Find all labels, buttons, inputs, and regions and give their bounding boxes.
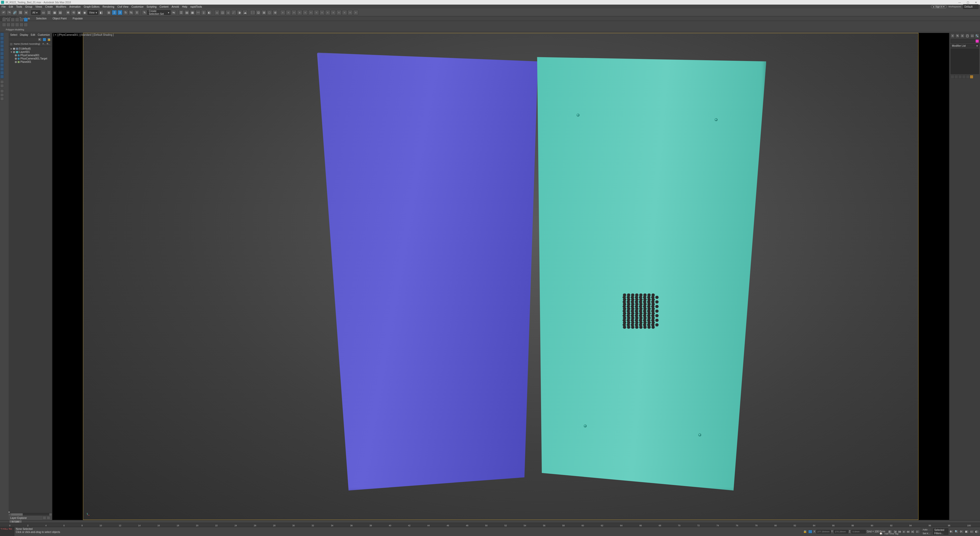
menu-animation[interactable]: Animation (69, 5, 81, 8)
nav-zoom-button[interactable]: 🔍 (955, 530, 959, 533)
explorer-lock-button[interactable]: 🔒 (47, 38, 51, 41)
snap-extra1-button[interactable]: ◌ (267, 10, 272, 15)
tool-icon-8[interactable]: ▫ (320, 10, 325, 15)
tool-icon-9[interactable]: ▫ (325, 10, 330, 15)
ribbon-mini-3[interactable] (11, 17, 15, 22)
stack-btn-pin[interactable] (951, 75, 954, 79)
maxscript-mini-listener[interactable]: "!! KILL Tex (0, 527, 14, 536)
visibility-icon[interactable] (15, 54, 17, 56)
window-crossing-button[interactable]: ▧ (58, 10, 63, 15)
ribbon-tab-populate[interactable]: Populate (70, 16, 86, 21)
menu-content[interactable]: Content (159, 5, 169, 8)
scroll-left-arrow[interactable] (9, 513, 11, 515)
toolstrip-btn-6[interactable] (0, 52, 4, 56)
redo-button[interactable]: ↷ (6, 10, 12, 15)
modifier-list-dropdown[interactable]: Modifier List▾ (951, 44, 979, 48)
stack-btn-unique[interactable] (958, 75, 962, 79)
tool-icon-7[interactable]: ▫ (314, 10, 319, 15)
render-production-button[interactable]: ☼ (226, 10, 231, 15)
tree-row-default[interactable]: ▸0 (default) (9, 47, 51, 50)
timeline-ruler[interactable]: 0246810121416182022242628303234363840424… (0, 523, 980, 527)
menu-civil-view[interactable]: Civil View (118, 5, 128, 8)
object-panel-blue[interactable] (317, 52, 542, 490)
ribbon-mini-5[interactable] (19, 17, 24, 22)
modifier-stack[interactable] (951, 48, 979, 74)
toolstrip-expand-button[interactable]: ▸ (9, 511, 52, 513)
ribbon-mini-12[interactable] (24, 23, 28, 27)
explorer-filter-button[interactable] (43, 38, 46, 41)
viewport-label[interactable]: [ + ] [PhysCamera001 ] [Standard ] [Defa… (53, 33, 114, 36)
menu-create[interactable]: Create (45, 5, 53, 8)
toolstrip-btn-12[interactable] (0, 75, 4, 78)
menu-group[interactable]: Group (25, 5, 32, 8)
schematic-view-button[interactable]: ▯ (201, 10, 206, 15)
tool-icon-11[interactable]: ▫ (336, 10, 342, 15)
scroll-right-arrow[interactable] (49, 513, 52, 515)
tool-icon-13[interactable]: ▫ (348, 10, 353, 15)
toolstrip-btn-15[interactable] (0, 89, 4, 93)
ribbon-mini-2[interactable] (6, 17, 11, 22)
ribbon-panel-label[interactable]: Polygon Modeling (4, 28, 26, 32)
viewport[interactable]: [ + ] [PhysCamera001 ] [Standard ] [Defa… (52, 33, 949, 520)
curve-editor-button[interactable]: 〰 (196, 10, 200, 15)
explorer-menu-select[interactable]: Select (10, 33, 18, 36)
tool-icon-1[interactable]: ▫ (280, 10, 285, 15)
toolstrip-btn-11[interactable] (0, 71, 4, 75)
select-region-button[interactable]: ▦ (52, 10, 57, 15)
snap-toggle-2d[interactable]: 2 (112, 10, 117, 15)
menu-views[interactable]: Views (35, 5, 42, 8)
explorer-footer-btn-2[interactable] (47, 516, 50, 520)
set-key-button[interactable]: Set K... (921, 532, 932, 535)
menu-modifiers[interactable]: Modifiers (56, 5, 66, 8)
menu-rapidtools[interactable]: rapidTools (190, 5, 202, 8)
lock-selection-button[interactable]: 🔒 (803, 530, 807, 533)
named-selection-dropdown[interactable]: Create Selection Set ▾ (148, 10, 170, 15)
link-button[interactable]: 🔗 (12, 10, 18, 15)
ribbon-tab-selection[interactable]: Selection (33, 16, 49, 21)
toolstrip-btn-2[interactable] (0, 37, 4, 40)
menu-help[interactable]: Help (182, 5, 187, 8)
snap-toggle-3d[interactable]: 3 (118, 10, 123, 15)
select-object-button[interactable]: ▭ (41, 10, 46, 15)
snap-extra2-button[interactable]: ⊚ (272, 10, 278, 15)
snap-working-pivot-button[interactable]: ⋮⋮ (250, 10, 255, 15)
select-by-name-button[interactable]: ☰ (46, 10, 52, 15)
layers-toggle-button[interactable]: ▤ (184, 10, 189, 15)
explorer-footer-btn-1[interactable] (43, 516, 46, 520)
window-close-button[interactable]: ✕ (973, 0, 979, 4)
toolstrip-btn-13[interactable] (0, 80, 4, 84)
tree-row-physcamera-target[interactable]: PhysCamera001.Target (9, 57, 51, 60)
mirror-button[interactable]: ⇋ (171, 10, 176, 15)
align-button[interactable]: ☰ (179, 10, 184, 15)
ribbon-mini-4[interactable] (15, 17, 19, 22)
select-rotate-button[interactable]: ⟲ (71, 10, 76, 15)
tool-icon-3[interactable]: ▫ (291, 10, 297, 15)
time-slider[interactable]: 0 / 100 (0, 520, 980, 523)
snap-grid-points-button[interactable]: ⊡ (256, 10, 261, 15)
visibility-icon[interactable] (15, 61, 17, 63)
spinner-snap-button[interactable]: ⇕ (134, 10, 139, 15)
selection-filter-dropdown[interactable]: All ▾ (31, 10, 40, 15)
signin-button[interactable]: ▸ Sign In ▾ (931, 5, 947, 8)
tree-row-physcamera[interactable]: PhysCamera001 (9, 54, 51, 57)
toolstrip-btn-17[interactable] (0, 97, 4, 100)
stack-btn-sets[interactable] (970, 75, 974, 79)
menu-tools[interactable]: Tools (16, 5, 22, 8)
nav-orbit-button[interactable]: ⟳ (959, 530, 964, 533)
tool-icon-6[interactable]: ▫ (308, 10, 313, 15)
nav-fov-button[interactable]: ▭ (970, 530, 974, 533)
tool-icon-2[interactable]: ▫ (286, 10, 291, 15)
time-tag-button[interactable]: ⌚ (879, 532, 883, 536)
bind-spacewarp-button[interactable]: ≋ (24, 10, 29, 15)
tool-icon-12[interactable]: ▫ (342, 10, 347, 15)
render-frame-button[interactable]: ◫ (220, 10, 225, 15)
render-iterate-button[interactable]: ☄ (231, 10, 236, 15)
render-online-button[interactable]: ☁ (242, 10, 248, 15)
object-name-field[interactable] (951, 39, 979, 43)
explorer-menu-display[interactable]: Display (20, 33, 28, 36)
next-frame-button[interactable]: ▸▸ (906, 530, 910, 533)
coord-y-field[interactable]: 270.28mm (834, 530, 848, 533)
material-editor-button[interactable]: ◐ (207, 10, 212, 15)
ribbon-mini-9[interactable] (11, 23, 15, 27)
menu-scripting[interactable]: Scripting (146, 5, 156, 8)
